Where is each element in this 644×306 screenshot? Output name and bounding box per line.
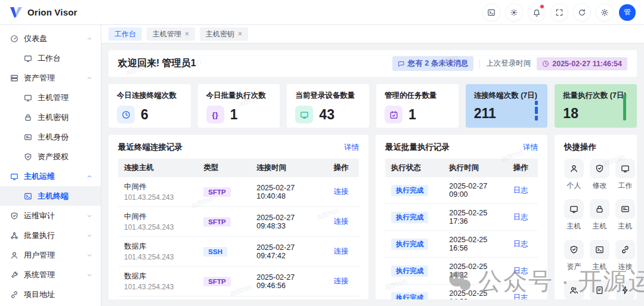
quick-action-files[interactable]: 文件	[590, 280, 609, 299]
stat-login-devices: 当前登录设备数量 43	[287, 84, 369, 128]
unread-messages-badge[interactable]: 您有 2 条未读消息	[392, 56, 473, 71]
refresh-button[interactable]	[574, 4, 590, 21]
settings-button[interactable]	[596, 4, 613, 21]
tab-bar: 工作台 主机管理 × 主机密钥 ×	[101, 25, 644, 44]
connect-link[interactable]: 连接	[333, 217, 348, 225]
quick-action-host-identity[interactable]: 主机	[615, 199, 635, 231]
welcome-card: 欢迎回来! 管理员1 您有 2 条未读消息 上次登录时间 2025-02-27 …	[109, 50, 637, 77]
chevron-down-icon	[86, 272, 92, 278]
log-link[interactable]: 日志	[513, 186, 528, 194]
notifications-button[interactable]	[528, 4, 545, 21]
terminal-button[interactable]	[483, 4, 500, 21]
card-title: 快捷操作	[564, 142, 596, 153]
logo-v-icon	[10, 7, 23, 18]
log-link[interactable]: 日志	[513, 267, 528, 275]
batch-records-card: 最近批量执行记录 详情 执行状态 执行时间 操作 执行完成	[376, 135, 547, 299]
welcome-meta: 您有 2 条未读消息 上次登录时间 2025-02-27 11:46:54	[392, 56, 627, 71]
users-icon	[569, 286, 578, 295]
quick-action-host-terminal[interactable]: 主机	[590, 240, 609, 272]
fullscreen-button[interactable]	[551, 4, 568, 21]
sidebar-item-system-mgmt[interactable]: 系统管理	[0, 265, 101, 285]
sidebar-item-host-keys[interactable]: 主机密钥	[0, 107, 101, 127]
user-icon	[569, 164, 578, 173]
quick-action-personal[interactable]: 个人	[564, 159, 584, 191]
storage-icon	[10, 74, 18, 82]
type-badge: SFTP	[203, 187, 230, 197]
status-badge: 执行完成	[391, 212, 428, 223]
last-login-time-badge: 2025-02-27 11:46:54	[537, 57, 627, 70]
sidebar-item-user-mgmt[interactable]: 用户管理	[0, 245, 101, 265]
shield-check-icon	[569, 245, 578, 254]
terminal-icon	[24, 192, 32, 200]
sidebar-item-host-identity[interactable]: 主机身份	[0, 127, 101, 147]
stat-today-terminal: 今日连接终端次数 6	[109, 84, 191, 128]
quick-action-change-password[interactable]: 修改	[590, 159, 609, 191]
monitor-icon	[10, 172, 18, 181]
sidebar-item-batch-exec[interactable]: 批量执行	[0, 225, 101, 245]
close-icon[interactable]: ×	[238, 30, 242, 38]
link-icon	[621, 245, 630, 254]
gauge-icon	[10, 35, 18, 43]
table-row: 执行完成 2025-02-25 16:56 日志	[385, 231, 538, 258]
stat-cards: 今日连接终端次数 6 今日批量执行次数 {} 1	[109, 84, 637, 128]
task-icon	[389, 110, 398, 119]
status-badge: 执行完成	[391, 292, 428, 300]
shield-check-icon	[595, 164, 604, 173]
close-icon[interactable]: ×	[185, 30, 189, 38]
tab-host-keys[interactable]: 主机密钥 ×	[200, 27, 248, 41]
theme-sun-icon	[510, 8, 518, 17]
quick-action-host-mgmt[interactable]: 主机	[564, 199, 584, 231]
sidebar-item-project-url[interactable]: 项目地址	[0, 285, 101, 304]
sidebar-item-host-ops[interactable]: 主机运维	[0, 166, 101, 186]
sidebar-item-host-mgmt[interactable]: 主机管理	[0, 88, 101, 107]
sidebar-item-asset-mgmt[interactable]: 资产管理	[0, 68, 101, 88]
table-row: 数据库101.43.254.243 SSH 2025-02-27 09:47:4…	[118, 237, 359, 267]
batch-details-link[interactable]: 详情	[523, 143, 538, 153]
shield-check-icon	[24, 153, 32, 161]
theme-toggle-button[interactable]	[506, 4, 522, 21]
sidebar-item-workbench[interactable]: 工作台	[0, 48, 101, 68]
file-icon	[595, 286, 604, 295]
topbar-actions: 管	[483, 4, 636, 21]
terminal-table: 连接主机 类型 连接时间 操作 中间件101.43.254.243 SFTP 2…	[118, 159, 359, 296]
table-row: 执行完成 2025-02-25 14:32 日志	[385, 285, 538, 300]
sidebar-item-asset-auth[interactable]: 资产授权	[0, 147, 101, 166]
refresh-icon	[578, 8, 586, 17]
braces-icon: {}	[206, 106, 224, 123]
mini-bar-chart	[623, 94, 626, 120]
quick-action-asset-auth[interactable]: 资产	[564, 240, 584, 272]
user-avatar[interactable]: 管	[619, 4, 636, 21]
last-login-label: 上次登录时间	[486, 58, 531, 69]
log-link[interactable]: 日志	[513, 293, 528, 300]
idcard-icon	[24, 133, 32, 141]
lock-icon	[24, 113, 32, 122]
tab-workbench[interactable]: 工作台	[109, 27, 142, 41]
connect-link[interactable]: 连接	[333, 277, 348, 285]
stat-today-batch: 今日批量执行次数 {} 1	[198, 84, 280, 128]
sidebar-item-dashboard[interactable]: 仪表盘	[0, 29, 101, 48]
quick-action-online[interactable]: 在线	[564, 280, 584, 299]
tab-host-mgmt[interactable]: 主机管理 ×	[147, 27, 195, 41]
connect-link[interactable]: 连接	[333, 247, 348, 255]
link-icon	[10, 290, 18, 299]
log-link[interactable]: 日志	[513, 240, 528, 248]
table-row: 中间件101.43.254.243 SFTP 2025-02-27 10:40:…	[118, 177, 359, 207]
batch-table: 执行状态 执行时间 操作 执行完成 2025-02-27 09:00 日志	[385, 159, 538, 299]
sidebar-item-ops-audit[interactable]: 运维审计	[0, 206, 101, 225]
terminal-icon	[595, 245, 604, 254]
sidebar-item-host-terminal[interactable]: 主机终端	[0, 186, 101, 206]
status-badge: 执行完成	[391, 265, 428, 277]
clock-icon	[122, 110, 131, 119]
quick-action-command[interactable]: 命令	[615, 280, 635, 299]
quick-action-host-keys[interactable]: 主机	[590, 199, 609, 231]
quick-action-workbench[interactable]: 工作	[615, 159, 635, 191]
terminal-details-link[interactable]: 详情	[344, 143, 359, 153]
chat-icon	[398, 60, 405, 67]
gear-icon	[600, 8, 609, 17]
log-link[interactable]: 日志	[513, 213, 528, 221]
stat-managed-tasks: 管理的任务数量 1	[376, 84, 459, 128]
stat-value: 43	[319, 107, 335, 123]
quick-action-connect[interactable]: 连接	[615, 240, 635, 272]
connect-link[interactable]: 连接	[333, 187, 348, 196]
card-title: 最近终端连接记录	[118, 142, 182, 153]
